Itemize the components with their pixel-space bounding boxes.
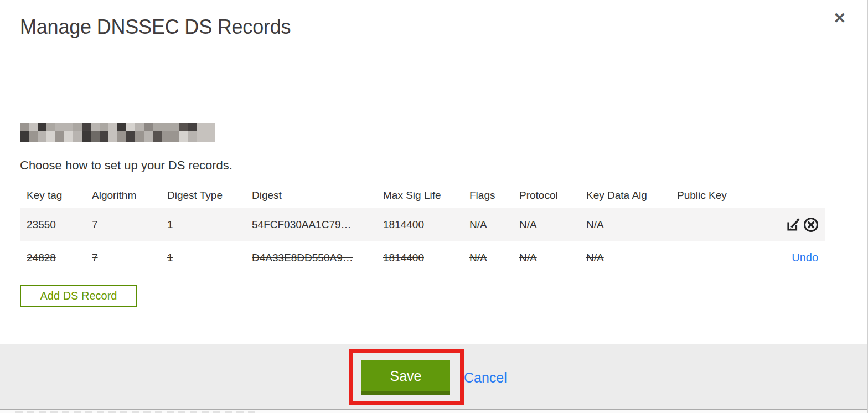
cell-digest-type: 1 (167, 252, 252, 264)
close-icon[interactable]: ✕ (833, 11, 846, 26)
instructions-text: Choose how to set up your DS records. (20, 158, 232, 173)
table-row-deleted: 24828 7 1 D4A33E8DD550A9… 1814400 N/A N/… (20, 241, 825, 275)
add-ds-record-button[interactable]: Add DS Record (20, 285, 137, 307)
cell-digest-type: 1 (167, 219, 252, 231)
cell-key-data-alg: N/A (586, 219, 677, 231)
cell-key-tag: 24828 (27, 252, 92, 264)
cell-digest: D4A33E8DD550A9… (252, 252, 383, 264)
header-protocol: Protocol (519, 189, 586, 202)
delete-icon[interactable] (803, 216, 819, 233)
page-title: Manage DNSSEC DS Records (20, 16, 291, 39)
cell-max-sig-life: 1814400 (383, 252, 469, 264)
save-button[interactable]: Save (361, 360, 450, 395)
header-algorithm: Algorithm (92, 189, 167, 202)
cell-protocol: N/A (519, 219, 586, 231)
cell-key-data-alg: N/A (586, 252, 677, 264)
cell-algorithm: 7 (92, 252, 167, 264)
table-row: 23550 7 1 54FCF030AA1C79… 1814400 N/A N/… (20, 208, 825, 241)
table-header-row: Key tag Algorithm Digest Type Digest Max… (20, 183, 825, 208)
manage-dnssec-modal: Manage DNSSEC DS Records ✕ Choose how to… (0, 0, 868, 413)
header-digest-type: Digest Type (167, 189, 252, 202)
header-key-tag: Key tag (27, 189, 92, 202)
cell-key-tag: 23550 (27, 219, 92, 231)
cell-max-sig-life: 1814400 (383, 219, 469, 231)
row-actions (775, 216, 825, 233)
ds-records-table: Key tag Algorithm Digest Type Digest Max… (20, 183, 825, 275)
cancel-link[interactable]: Cancel (464, 370, 507, 386)
header-public-key: Public Key (677, 189, 775, 202)
underlying-page-sliver (0, 409, 867, 413)
cell-algorithm: 7 (92, 219, 167, 231)
cell-flags: N/A (469, 252, 519, 264)
cell-protocol: N/A (519, 252, 586, 264)
redacted-domain-name (20, 123, 217, 142)
header-flags: Flags (469, 189, 519, 202)
header-max-sig-life: Max Sig Life (383, 189, 469, 202)
cell-flags: N/A (469, 219, 519, 231)
edit-icon[interactable] (785, 216, 801, 233)
row-actions: Undo (775, 251, 825, 264)
cell-digest: 54FCF030AA1C79… (252, 219, 383, 231)
header-key-data-alg: Key Data Alg (586, 189, 677, 202)
modal-footer: Save Cancel (0, 344, 867, 409)
undo-link[interactable]: Undo (792, 251, 818, 264)
header-digest: Digest (252, 189, 383, 202)
